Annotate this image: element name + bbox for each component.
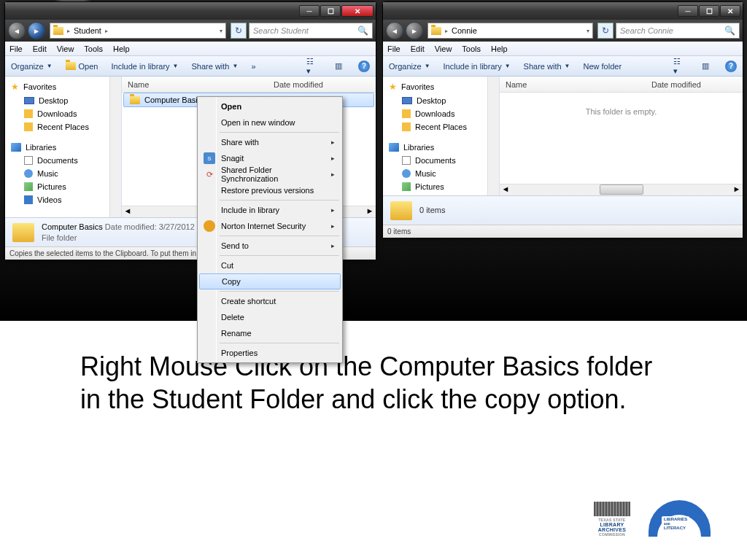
titlebar[interactable]: ─ ☐ ✕ <box>383 2 743 20</box>
back-button[interactable]: ◄ <box>386 22 403 39</box>
back-button[interactable]: ◄ <box>8 22 26 39</box>
close-button[interactable]: ✕ <box>720 5 740 17</box>
menu-tools[interactable]: Tools <box>84 44 103 53</box>
open-button[interactable]: Open <box>66 62 98 71</box>
menu-help[interactable]: Help <box>113 44 130 53</box>
ctx-norton[interactable]: Norton Internet Security <box>199 218 341 234</box>
forward-button[interactable]: ► <box>28 22 45 39</box>
menu-edit[interactable]: Edit <box>411 44 425 53</box>
ctx-properties[interactable]: Properties <box>199 345 341 361</box>
sidebar-item-recent[interactable]: Recent Places <box>383 120 499 133</box>
maximize-button[interactable]: ☐ <box>699 5 719 17</box>
include-library-button[interactable]: Include in library▼ <box>444 62 511 71</box>
column-headers[interactable]: Name Date modified <box>122 77 376 93</box>
ctx-snagit[interactable]: SSnagit <box>199 150 341 166</box>
view-options-icon[interactable]: ☷ ▾ <box>306 60 319 73</box>
menu-file[interactable]: File <box>9 44 23 53</box>
sidebar-item-downloads[interactable]: Downloads <box>383 107 499 120</box>
search-icon: 🔍 <box>357 26 368 36</box>
preview-pane-icon[interactable]: ▥ <box>699 60 712 73</box>
file-list-pane[interactable]: Name Date modified This folder is empty.… <box>500 77 743 195</box>
column-name[interactable]: Name <box>128 80 274 89</box>
breadcrumb[interactable]: Student <box>74 26 101 35</box>
menu-help[interactable]: Help <box>491 44 508 53</box>
close-button[interactable]: ✕ <box>341 5 374 17</box>
ctx-create-shortcut[interactable]: Create shortcut <box>199 293 341 309</box>
ctx-rename[interactable]: Rename <box>199 325 341 341</box>
menu-edit[interactable]: Edit <box>33 44 47 53</box>
music-icon <box>24 169 33 178</box>
menu-view[interactable]: View <box>57 44 74 53</box>
organize-button[interactable]: Organize▼ <box>389 62 430 71</box>
menu-tools[interactable]: Tools <box>462 44 481 53</box>
sidebar-item-documents[interactable]: Documents <box>5 154 121 167</box>
column-name[interactable]: Name <box>506 80 651 89</box>
dropdown-icon[interactable]: ▾ <box>220 28 222 34</box>
sidebar-favorites[interactable]: ★Favorites <box>5 79 121 94</box>
sidebar-item-videos[interactable]: Videos <box>383 193 499 195</box>
ctx-delete[interactable]: Delete <box>199 309 341 325</box>
ctx-send-to[interactable]: Send to <box>199 238 341 254</box>
ctx-share-with[interactable]: Share with <box>199 134 341 150</box>
address-bar[interactable]: ▸ Connie ▾ <box>427 23 593 39</box>
sidebar-item-videos[interactable]: Videos <box>5 193 121 206</box>
sidebar-favorites[interactable]: ★Favorites <box>383 79 499 94</box>
horizontal-scrollbar[interactable]: ◄► <box>500 184 743 195</box>
ctx-restore-versions[interactable]: Restore previous versions <box>199 182 341 198</box>
status-bar: 0 items <box>383 225 743 238</box>
share-with-button[interactable]: Share with▼ <box>524 62 570 71</box>
sidebar-item-desktop[interactable]: Desktop <box>383 94 499 107</box>
sidebar-scrollbar[interactable] <box>487 77 499 195</box>
ctx-include-library[interactable]: Include in library <box>199 202 341 218</box>
instruction-text: Right Mouse Click on the Computer Basics… <box>80 350 678 416</box>
address-bar[interactable]: ▸ Student ▸ ▾ <box>50 23 226 39</box>
ctx-cut[interactable]: Cut <box>199 257 341 273</box>
ctx-shared-folder-sync[interactable]: ⟳Shared Folder Synchronization <box>199 166 341 182</box>
help-icon[interactable]: ? <box>725 61 737 72</box>
breadcrumb[interactable]: Connie <box>452 26 477 35</box>
ctx-open[interactable]: Open <box>199 98 341 114</box>
forward-button[interactable]: ► <box>406 22 423 39</box>
search-input[interactable]: Search Connie 🔍 <box>616 23 740 39</box>
sidebar-item-pictures[interactable]: Pictures <box>5 180 121 193</box>
view-options-icon[interactable]: ☷ ▾ <box>673 60 686 73</box>
column-date[interactable]: Date modified <box>274 80 323 89</box>
share-with-button[interactable]: Share with▼ <box>192 62 239 71</box>
column-headers[interactable]: Name Date modified <box>500 77 743 93</box>
new-folder-button[interactable]: New folder <box>583 62 622 71</box>
dropdown-icon[interactable]: ▾ <box>587 28 589 34</box>
maximize-button[interactable]: ☐ <box>320 5 341 17</box>
include-library-button[interactable]: Include in library▼ <box>111 62 178 71</box>
sidebar-item-music[interactable]: Music <box>5 167 121 180</box>
sidebar-item-recent[interactable]: Recent Places <box>5 120 121 133</box>
preview-pane-icon[interactable]: ▥ <box>332 60 345 73</box>
ctx-open-new-window[interactable]: Open in new window <box>199 114 341 131</box>
folder-icon <box>66 62 76 70</box>
sidebar-item-music[interactable]: Music <box>383 167 499 180</box>
more-button[interactable]: » <box>251 62 255 71</box>
titlebar[interactable]: ─ ☐ ✕ <box>5 2 376 20</box>
sidebar-libraries[interactable]: Libraries <box>5 141 121 154</box>
organize-button[interactable]: Organize▼ <box>11 62 53 71</box>
empty-folder-message: This folder is empty. <box>500 93 743 131</box>
nav-toolbar: ◄ ► ▸ Student ▸ ▾ ↻ Search Student 🔍 <box>5 20 376 42</box>
sidebar-item-downloads[interactable]: Downloads <box>5 107 121 120</box>
help-icon[interactable]: ? <box>358 61 370 72</box>
menu-view[interactable]: View <box>435 44 452 53</box>
sidebar-item-desktop[interactable]: Desktop <box>5 94 121 107</box>
sidebar-item-documents[interactable]: Documents <box>383 154 499 167</box>
pictures-icon <box>402 182 411 191</box>
refresh-button[interactable]: ↻ <box>597 23 614 39</box>
music-icon <box>402 169 411 178</box>
minimize-button[interactable]: ─ <box>299 5 320 17</box>
minimize-button[interactable]: ─ <box>678 5 698 17</box>
ctx-copy[interactable]: Copy <box>199 273 341 289</box>
column-date[interactable]: Date modified <box>651 80 701 89</box>
sidebar-libraries[interactable]: Libraries <box>383 141 499 154</box>
sidebar-scrollbar[interactable] <box>109 77 121 217</box>
search-input[interactable]: Search Student 🔍 <box>249 23 373 39</box>
folder-icon <box>390 201 412 220</box>
menu-file[interactable]: File <box>387 44 400 53</box>
refresh-button[interactable]: ↻ <box>231 23 247 39</box>
sidebar-item-pictures[interactable]: Pictures <box>383 180 499 193</box>
